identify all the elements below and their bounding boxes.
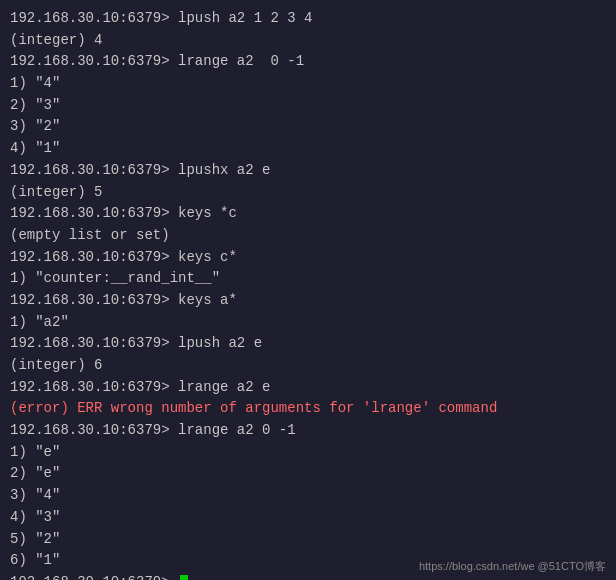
terminal-line: 1) "4": [10, 73, 606, 95]
terminal-cursor: [180, 575, 188, 580]
terminal-line: 1) "a2": [10, 312, 606, 334]
terminal-line: (empty list or set): [10, 225, 606, 247]
terminal-line: (error) ERR wrong number of arguments fo…: [10, 398, 606, 420]
terminal-line: 3) "2": [10, 116, 606, 138]
terminal-line: 2) "e": [10, 463, 606, 485]
terminal-line: 2) "3": [10, 95, 606, 117]
terminal-line: 192.168.30.10:6379> lpush a2 e: [10, 333, 606, 355]
terminal-line: 1) "counter:__rand_int__": [10, 268, 606, 290]
terminal-line: 4) "1": [10, 138, 606, 160]
terminal-line: 3) "4": [10, 485, 606, 507]
terminal-line: 1) "e": [10, 442, 606, 464]
terminal-line: 192.168.30.10:6379> keys a*: [10, 290, 606, 312]
terminal-line: 192.168.30.10:6379> lrange a2 0 -1: [10, 420, 606, 442]
terminal: 192.168.30.10:6379> lpush a2 1 2 3 4(int…: [0, 0, 616, 580]
terminal-line: 4) "3": [10, 507, 606, 529]
terminal-line: 192.168.30.10:6379> keys *c: [10, 203, 606, 225]
watermark: https://blog.csdn.net/we @51CTO博客: [419, 559, 606, 574]
terminal-output: 192.168.30.10:6379> lpush a2 1 2 3 4(int…: [10, 8, 606, 580]
terminal-line: 192.168.30.10:6379> lpushx a2 e: [10, 160, 606, 182]
terminal-line: (integer) 6: [10, 355, 606, 377]
terminal-line: 192.168.30.10:6379> lrange a2 0 -1: [10, 51, 606, 73]
terminal-line: (integer) 4: [10, 30, 606, 52]
terminal-line: 192.168.30.10:6379> lrange a2 e: [10, 377, 606, 399]
terminal-line: 5) "2": [10, 529, 606, 551]
terminal-line: 192.168.30.10:6379> keys c*: [10, 247, 606, 269]
terminal-line: 192.168.30.10:6379> lpush a2 1 2 3 4: [10, 8, 606, 30]
terminal-line: (integer) 5: [10, 182, 606, 204]
